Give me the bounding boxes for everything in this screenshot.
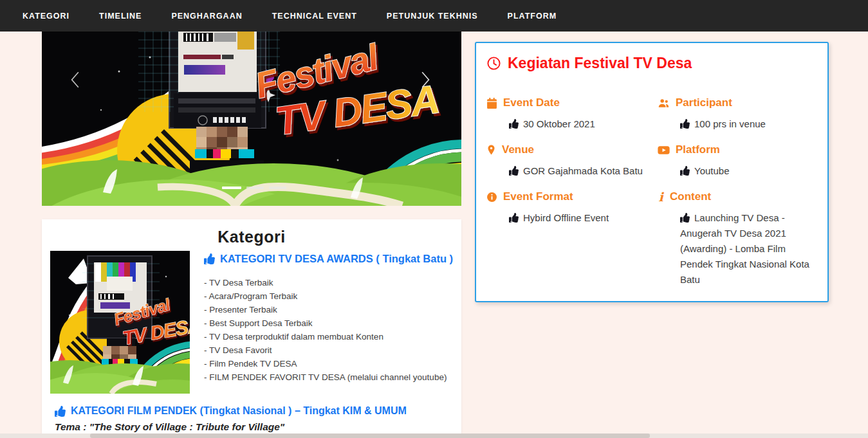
kategori-poster-image: Festival TV DESA (50, 251, 190, 394)
tema-text: Tema : "The Story of Village : Tribute f… (55, 421, 284, 433)
event-card-title-label: Kegiatan Festival TV Desa (508, 55, 692, 72)
top-navbar: KATEGORI TIMELINE PENGHARGAAN TECHNICAL … (0, 0, 868, 32)
field-event-date: Event Date 30 Oktober 2021 (486, 96, 646, 132)
list-item: - Presenter Terbaik (204, 303, 459, 316)
nav-item-technical-event[interactable]: TECHNICAL EVENT (272, 12, 357, 21)
thumb-up-icon (509, 166, 519, 176)
field-content: i Content Launching TV Desa - Anugerah T… (658, 190, 817, 287)
carousel-next-button[interactable] (415, 69, 436, 91)
kategori-film-pendek-heading[interactable]: KATEGORI FILM PENDEK (Tingkat Nasional )… (55, 405, 407, 417)
event-details-grid: Event Date 30 Oktober 2021 Participant (486, 96, 817, 299)
kategori-awards-heading-label: KATEGORI TV DESA AWARDS ( Tingkat Batu ) (220, 253, 453, 265)
list-item: - Film Pendek TV DESA (204, 357, 459, 370)
kategori-awards-heading[interactable]: KATEGORI TV DESA AWARDS ( Tingkat Batu ) (204, 253, 459, 265)
horizontal-scrollbar-thumb[interactable] (90, 433, 650, 438)
kategori-card: Kategori (42, 219, 461, 438)
field-platform: Platform Youtube (658, 143, 817, 179)
nav-item-penghargaan[interactable]: PENGHARGAAN (171, 12, 242, 21)
event-info-card: Kegiatan Festival TV Desa Event Date 30 … (475, 42, 829, 302)
field-label: Content (670, 190, 711, 203)
nav-item-timeline[interactable]: TIMELINE (99, 12, 142, 21)
carousel-prev-button[interactable] (65, 69, 86, 91)
nav-item-platform[interactable]: PLATFORM (508, 12, 557, 21)
thumb-up-icon (680, 119, 690, 129)
thumb-up-icon (680, 213, 690, 223)
field-value: 30 Oktober 2021 (486, 116, 646, 132)
kategori-film-pendek-heading-label: KATEGORI FILM PENDEK (Tingkat Nasional )… (71, 405, 407, 417)
hero-slide-image: Festival TV DESA (42, 32, 461, 206)
horizontal-scrollbar[interactable] (0, 433, 868, 438)
list-item: - TV Desa terproduktif dalam membuat Kon… (204, 330, 459, 343)
field-value: Hybird Offline Event (486, 210, 646, 226)
youtube-icon (658, 145, 670, 155)
chevron-right-icon (417, 70, 434, 89)
field-label: Platform (676, 143, 720, 156)
field-value: Launching TV Desa - Anugerah TV Desa 202… (658, 210, 817, 287)
hero-carousel: Festival TV DESA (42, 32, 461, 206)
field-value: GOR Gajahmada Kota Batu (486, 163, 646, 179)
field-venue: Venue GOR Gajahmada Kota Batu (486, 143, 646, 179)
thumb-up-icon (509, 119, 519, 129)
list-item: - Best Support Desa Terbaik (204, 316, 459, 330)
map-marker-icon (486, 144, 496, 156)
thumb-up-icon (55, 406, 66, 417)
info-icon: i (658, 192, 664, 203)
nav-item-petunjuk-tekhnis[interactable]: PETUNJUK TEKHNIS (387, 12, 478, 21)
carousel-dot[interactable] (222, 187, 241, 189)
list-item: - FILM PENDEK FAVORIT TV DESA (melalui c… (204, 370, 459, 384)
chevron-left-icon (67, 70, 84, 89)
field-label: Event Format (503, 190, 573, 203)
info-circle-icon (486, 192, 497, 203)
field-label: Venue (502, 143, 534, 156)
field-value: Youtube (658, 163, 817, 179)
kategori-title: Kategori (42, 219, 461, 246)
calendar-icon (486, 98, 497, 109)
field-label: Event Date (503, 96, 560, 109)
nav-item-kategori[interactable]: KATEGORI (23, 12, 69, 21)
kategori-awards-list: - TV Desa Terbaik - Acara/Program Terbai… (204, 276, 459, 384)
field-participant: Participant 100 prs in venue (658, 96, 817, 132)
event-card-title: Kegiatan Festival TV Desa (486, 55, 817, 72)
thumb-up-icon (509, 213, 519, 223)
list-item: - Acara/Program Terbaik (204, 289, 459, 303)
users-icon (658, 98, 670, 109)
carousel-dot[interactable] (246, 187, 264, 189)
carousel-dots (222, 187, 286, 189)
field-value: 100 prs in venue (658, 116, 817, 132)
field-event-format: Event Format Hybird Offline Event (486, 190, 646, 287)
list-item: - TV Desa Favorit (204, 343, 459, 357)
thumb-up-icon (204, 253, 215, 264)
list-item: - TV Desa Terbaik (204, 276, 459, 289)
field-label: Participant (676, 96, 732, 109)
carousel-dot[interactable] (269, 187, 286, 189)
thumb-up-icon (680, 166, 690, 176)
clock-icon (486, 56, 501, 71)
